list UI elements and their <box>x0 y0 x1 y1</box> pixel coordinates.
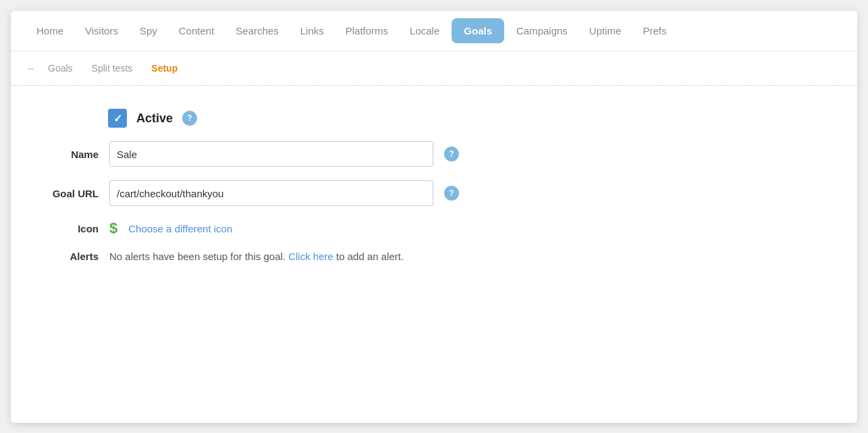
subnav-split-tests[interactable]: Split tests <box>84 59 141 78</box>
goal-url-help-icon[interactable]: ? <box>444 186 459 201</box>
alerts-text: No alerts have been setup for this goal.… <box>109 251 404 262</box>
active-label: Active <box>136 111 173 126</box>
sub-nav-dots: ··· <box>27 61 33 76</box>
nav-prefs[interactable]: Prefs <box>633 20 676 42</box>
subnav-setup[interactable]: Setup <box>143 59 186 78</box>
main-window: Home Visitors Spy Content Searches Links… <box>11 11 857 423</box>
alerts-click-here-link[interactable]: Click here <box>288 251 333 262</box>
icon-label: Icon <box>38 223 99 234</box>
content-area: ✓ Active ? Name ? Goal URL ? Icon $ <box>11 102 857 289</box>
active-row: ✓ Active ? <box>38 109 830 128</box>
active-help-icon[interactable]: ? <box>182 111 197 126</box>
nav-links[interactable]: Links <box>291 20 333 42</box>
alerts-suffix: to add an alert. <box>336 251 404 262</box>
nav-content[interactable]: Content <box>169 20 224 42</box>
icon-row: Icon $ Choose a different icon <box>38 220 830 237</box>
goal-url-input[interactable] <box>109 180 433 206</box>
name-row: Name ? <box>38 141 830 167</box>
goal-url-row: Goal URL ? <box>38 180 830 206</box>
top-nav: Home Visitors Spy Content Searches Links… <box>11 11 857 51</box>
alerts-label: Alerts <box>38 251 99 262</box>
name-input[interactable] <box>109 141 433 167</box>
nav-locale[interactable]: Locale <box>400 20 449 42</box>
nav-goals[interactable]: Goals <box>452 18 504 43</box>
alerts-row: Alerts No alerts have been setup for thi… <box>38 251 830 262</box>
choose-icon-link[interactable]: Choose a different icon <box>128 223 232 234</box>
name-label: Name <box>38 149 99 160</box>
active-checkbox[interactable]: ✓ <box>108 109 127 128</box>
form-section: ✓ Active ? Name ? Goal URL ? Icon $ <box>38 109 830 262</box>
checkmark-icon: ✓ <box>113 112 122 125</box>
nav-campaigns[interactable]: Campaigns <box>507 20 577 42</box>
name-help-icon[interactable]: ? <box>444 147 459 161</box>
subnav-goals[interactable]: Goals <box>40 59 81 78</box>
sub-nav: ··· Goals Split tests Setup <box>11 51 857 85</box>
goal-url-label: Goal URL <box>38 188 99 199</box>
alerts-no-alerts-text: No alerts have been setup for this goal. <box>109 251 286 262</box>
nav-visitors[interactable]: Visitors <box>76 20 128 42</box>
nav-uptime[interactable]: Uptime <box>580 20 631 42</box>
dollar-sign-icon: $ <box>109 220 117 237</box>
nav-searches[interactable]: Searches <box>226 20 288 42</box>
section-divider <box>11 85 857 86</box>
nav-spy[interactable]: Spy <box>130 20 167 42</box>
nav-home[interactable]: Home <box>27 20 73 42</box>
nav-platforms[interactable]: Platforms <box>336 20 398 42</box>
